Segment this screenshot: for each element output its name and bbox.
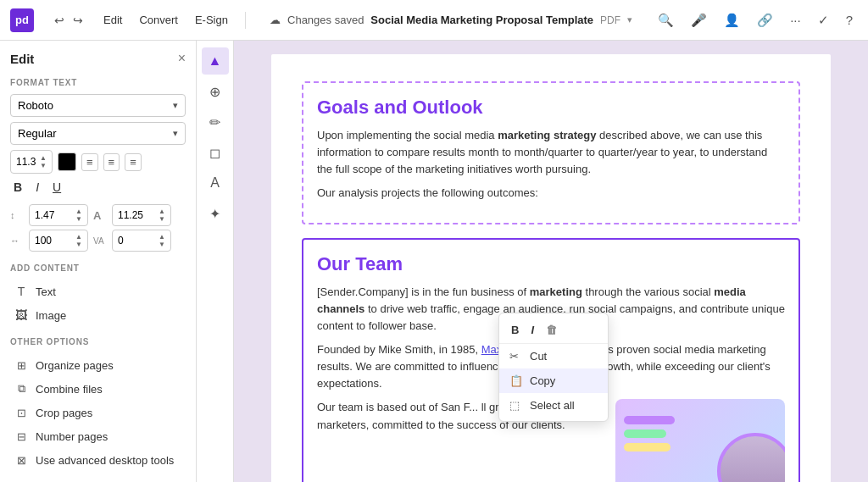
image-item-label: Image [36,309,66,322]
undo-button[interactable]: ↩ [51,10,68,30]
chat-bubbles [624,416,675,457]
pencil-tool-button[interactable]: ✏ [202,108,229,136]
tracking-label: VA [93,236,107,246]
goals-title: Goals and Outlook [317,97,785,119]
text-format-group: B I U [10,179,186,196]
person-avatar [717,433,785,482]
align-left-button[interactable]: ≡ [103,153,120,171]
help-button[interactable]: ? [841,9,858,30]
context-italic-button[interactable]: I [527,322,537,338]
context-cut-item[interactable]: ✂ Cut [499,344,608,368]
cursor-tool-button[interactable]: ▲ [202,47,229,75]
stamp-tool-button[interactable]: ✦ [202,200,229,227]
font-size-stepper[interactable]: ▲▼ [40,154,47,169]
undo-redo-group: ↩ ↪ [51,10,86,30]
user-button[interactable]: 👤 [719,9,745,31]
font-style-select[interactable]: Regular ▾ [10,122,186,145]
image-icon: 🖼 [14,307,29,323]
zoom-tool-button[interactable]: ⊕ [202,78,229,105]
scale-input[interactable]: 100 ▲▼ [29,230,88,252]
tracking-value: 0 [118,235,124,247]
font-size-input[interactable]: 11.3 ▲▼ [10,150,53,174]
scale-label: ↔ [10,235,24,246]
cut-icon: ✂ [509,350,523,363]
context-menu-toolbar: B I 🗑 [499,317,608,344]
tracking-stepper[interactable]: ▲▼ [159,233,165,248]
number-pages-item[interactable]: ⊟ Number pages [10,424,186,448]
number-pages-label: Number pages [36,430,108,443]
add-content-label: ADD CONTENT [10,263,186,273]
list-bullet-button[interactable]: ≡ [81,153,98,171]
organize-pages-label: Organize pages [36,359,114,372]
italic-button[interactable]: I [32,179,42,196]
eraser-tool-button[interactable]: ◻ [202,139,229,166]
advanced-tools-item[interactable]: ⊠ Use advanced desktop tools [10,448,186,472]
underline-button[interactable]: U [49,179,64,196]
context-copy-item[interactable]: 📋 Copy [499,368,608,393]
font-style-row: Regular ▾ [10,122,186,145]
voice-button[interactable]: 🎤 [686,9,712,31]
search-button[interactable]: 🔍 [653,9,679,31]
line-height-label: ↕ [10,210,24,220]
document-area: Goals and Outlook Upon implementing the … [234,41,868,482]
scale-tracking-row: ↔ 100 ▲▼ VA 0 ▲▼ [10,230,186,252]
panel-title: Edit [10,52,34,66]
document-page: Goals and Outlook Upon implementing the … [271,54,831,482]
font-family-value: Roboto [18,99,53,112]
crop-pages-icon: ⊡ [14,405,29,420]
combine-files-icon: ⧉ [14,381,29,396]
panel-close-button[interactable]: × [178,51,186,66]
panel-header: Edit × [10,51,186,66]
context-delete-button[interactable]: 🗑 [542,322,560,338]
scale-stepper[interactable]: ▲▼ [75,233,82,248]
line-height-value: 1.47 [35,209,54,221]
text-color-picker[interactable] [58,152,76,171]
nav-item-edit[interactable]: Edit [97,10,129,30]
team-image [615,399,785,482]
text-tool-button[interactable]: A [202,169,229,197]
organize-pages-icon: ⊞ [14,357,29,373]
check-button[interactable]: ✓ [813,9,834,31]
line-height-input[interactable]: 1.47 ▲▼ [29,204,88,226]
chat-bubble-3 [624,443,670,452]
context-bold-button[interactable]: B [508,322,522,338]
chat-bubble-2 [624,429,666,438]
more-button[interactable]: ··· [785,9,806,30]
align-right-button[interactable]: ≡ [125,153,142,171]
copy-icon: 📋 [509,374,523,387]
chat-bubble-1 [624,416,675,424]
crop-pages-item[interactable]: ⊡ Crop pages [10,401,186,424]
font-size-row: 11.3 ▲▼ ≡ ≡ ≡ [10,150,186,174]
font-size-stepper2[interactable]: ▲▼ [159,208,165,223]
bold-button[interactable]: B [10,179,25,196]
tracking-input[interactable]: 0 ▲▼ [112,230,171,252]
redo-button[interactable]: ↪ [70,10,86,30]
add-content-section: ADD CONTENT T Text 🖼 Image [10,263,186,327]
topbar: pd ↩ ↪ Edit Convert E-Sign ☁ Changes sav… [0,0,868,41]
context-select-all-item[interactable]: ⬚ Select all [499,393,608,418]
add-text-item[interactable]: T Text [10,280,186,303]
link-button[interactable]: 🔗 [752,9,778,31]
nav-item-esign[interactable]: E-Sign [188,10,235,30]
main-layout: Edit × FORMAT TEXT Roboto ▾ Regular ▾ 1 [0,41,868,482]
nav-item-convert[interactable]: Convert [132,10,185,30]
add-image-item[interactable]: 🖼 Image [10,303,186,327]
font-size-value: 11.3 [16,156,36,168]
topbar-nav: Edit Convert E-Sign [97,10,235,30]
combine-files-item[interactable]: ⧉ Combine files [10,377,186,401]
font-family-select[interactable]: Roboto ▾ [10,94,186,117]
goals-text-1: Upon implementing the social media marke… [317,127,785,178]
doc-type-chevron-icon[interactable]: ▾ [627,14,632,25]
select-all-label: Select all [530,399,575,412]
cut-label: Cut [530,350,547,363]
document-type-badge: PDF [600,14,620,26]
line-height-stepper[interactable]: ▲▼ [75,208,82,223]
goals-section: Goals and Outlook Upon implementing the … [302,81,800,224]
app-logo: pd [10,8,34,32]
organize-pages-item[interactable]: ⊞ Organize pages [10,353,186,377]
font-size-label: A [93,209,107,222]
font-size-input2[interactable]: 11.25 ▲▼ [112,204,171,226]
goals-text-2: Our analysis projects the following outc… [317,185,785,202]
advanced-tools-icon: ⊠ [14,452,29,468]
toolbar-side: ▲ ⊕ ✏ ◻ A ✦ [197,41,234,482]
